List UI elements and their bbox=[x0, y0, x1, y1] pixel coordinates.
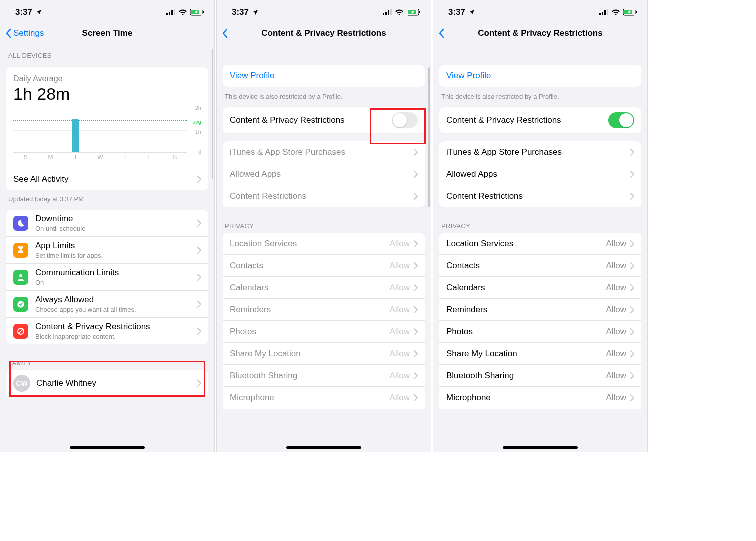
chevron-left-icon bbox=[438, 28, 444, 38]
view-profile[interactable]: View Profile bbox=[223, 65, 425, 87]
chevron-right-icon bbox=[414, 350, 418, 358]
svg-rect-19 bbox=[602, 12, 604, 16]
privacy-row-microphone[interactable]: MicrophoneAllow bbox=[440, 387, 642, 409]
svg-point-7 bbox=[20, 274, 22, 278]
scrollbar[interactable] bbox=[212, 49, 214, 179]
wifi-icon bbox=[612, 10, 620, 16]
privacy-row-calendars[interactable]: CalendarsAllow bbox=[440, 277, 642, 299]
option-row-app-limits[interactable]: App LimitsSet time limits for apps. bbox=[6, 237, 208, 264]
privacy-row-reminders[interactable]: RemindersAllow bbox=[440, 299, 642, 321]
chevron-right-icon bbox=[630, 193, 634, 200]
option-row-content-privacy-restrictions[interactable]: Content & Privacy RestrictionsBlock inap… bbox=[6, 318, 208, 344]
chevron-right-icon bbox=[630, 372, 634, 380]
restrictions-toggle-row: Content & Privacy Restrictions bbox=[223, 108, 425, 134]
chevron-left-icon bbox=[6, 28, 12, 38]
chevron-right-icon bbox=[198, 247, 202, 254]
person-icon bbox=[14, 270, 28, 285]
family-card: CW Charlie Whitney bbox=[6, 370, 208, 397]
svg-rect-6 bbox=[203, 11, 204, 14]
profile-note: This device is also restricted by a Prof… bbox=[217, 90, 431, 108]
panel2-scroll[interactable]: View Profile This device is also restric… bbox=[217, 45, 431, 452]
nav-bar: Content & Privacy Restrictions bbox=[434, 22, 648, 44]
view-profile[interactable]: View Profile bbox=[440, 65, 642, 87]
daily-average-value: 1h 28m bbox=[14, 84, 202, 104]
location-icon bbox=[252, 9, 259, 16]
privacy-row-share-my-location[interactable]: Share My LocationAllow bbox=[440, 343, 642, 365]
location-icon bbox=[468, 9, 476, 16]
panel1-scroll[interactable]: ALL DEVICES Daily Average 1h 28m 2h avg … bbox=[0, 45, 214, 452]
see-all-activity[interactable]: See All Activity bbox=[6, 168, 208, 190]
options-card: DowntimeOn until schedule App LimitsSet … bbox=[6, 210, 208, 344]
chevron-right-icon bbox=[630, 262, 634, 270]
wifi-icon bbox=[395, 10, 404, 16]
panel-screen-time: 3:37 Settings Screen Time ALL DEVICES Da… bbox=[0, 0, 215, 452]
wifi-icon bbox=[178, 10, 188, 16]
status-bar: 3:37 bbox=[434, 0, 648, 22]
chevron-right-icon bbox=[414, 193, 418, 200]
privacy-row-photos[interactable]: PhotosAllow bbox=[440, 321, 642, 343]
privacy-row-share-my-location: Share My LocationAllow bbox=[223, 343, 425, 365]
privacy-row-bluetooth-sharing[interactable]: Bluetooth SharingAllow bbox=[440, 365, 642, 387]
privacy-card: Location ServicesAllowContactsAllowCalen… bbox=[223, 233, 425, 409]
privacy-row-location-services[interactable]: Location ServicesAllow bbox=[440, 233, 642, 255]
privacy-row-reminders: RemindersAllow bbox=[223, 299, 425, 321]
chevron-right-icon bbox=[630, 171, 634, 178]
svg-rect-3 bbox=[174, 10, 176, 16]
panel-restrictions-off: 3:37 Content & Privacy Restrictions View… bbox=[216, 0, 432, 452]
privacy-row-calendars: CalendarsAllow bbox=[223, 277, 425, 299]
option-row-always-allowed[interactable]: Always AllowedChoose apps you want at al… bbox=[6, 291, 208, 318]
home-indicator[interactable] bbox=[70, 446, 145, 449]
chevron-right-icon bbox=[630, 149, 634, 156]
header-all-devices: ALL DEVICES bbox=[0, 45, 214, 62]
scrollbar[interactable] bbox=[428, 68, 430, 208]
row-itunes-app-store-purchases[interactable]: iTunes & App Store Purchases bbox=[440, 142, 642, 164]
panel3-scroll[interactable]: View Profile This device is also restric… bbox=[434, 45, 648, 452]
location-icon bbox=[36, 9, 42, 16]
privacy-row-microphone: MicrophoneAllow bbox=[223, 387, 425, 409]
group1-card: iTunes & App Store PurchasesAllowed Apps… bbox=[223, 142, 425, 208]
chevron-right-icon bbox=[198, 328, 202, 335]
chevron-right-icon bbox=[414, 328, 418, 336]
hourglass-icon bbox=[14, 243, 28, 258]
updated-text: Updated today at 3:37 PM bbox=[0, 196, 214, 210]
row-content-restrictions[interactable]: Content Restrictions bbox=[440, 186, 642, 208]
nav-title: Content & Privacy Restrictions bbox=[262, 28, 386, 38]
nav-bar: Content & Privacy Restrictions bbox=[217, 22, 431, 44]
chevron-left-icon bbox=[222, 28, 228, 38]
moon-icon bbox=[14, 216, 28, 231]
svg-rect-20 bbox=[604, 10, 606, 16]
restrictions-toggle[interactable] bbox=[608, 112, 634, 128]
status-icons bbox=[166, 9, 204, 16]
back-button[interactable]: Settings bbox=[6, 28, 44, 38]
avatar: CW bbox=[14, 375, 30, 392]
status-icons bbox=[383, 9, 421, 16]
view-profile-card: View Profile bbox=[223, 65, 425, 87]
family-header: FAMILY bbox=[0, 352, 214, 370]
daily-average-card[interactable]: Daily Average 1h 28m 2h avg 1h 0 SMTWTFS… bbox=[6, 68, 208, 190]
svg-line-10 bbox=[19, 329, 24, 334]
chevron-right-icon bbox=[630, 350, 634, 358]
family-member-row[interactable]: CW Charlie Whitney bbox=[6, 370, 208, 397]
chevron-right-icon bbox=[630, 240, 634, 248]
back-label: Settings bbox=[14, 28, 44, 38]
home-indicator[interactable] bbox=[286, 446, 362, 449]
chevron-right-icon bbox=[414, 240, 418, 248]
back-button[interactable] bbox=[438, 28, 446, 38]
chevron-right-icon bbox=[630, 306, 634, 314]
svg-rect-2 bbox=[172, 10, 173, 16]
option-row-downtime[interactable]: DowntimeOn until schedule bbox=[6, 210, 208, 237]
back-button[interactable] bbox=[222, 28, 230, 38]
nav-title: Content & Privacy Restrictions bbox=[478, 28, 602, 38]
chevron-right-icon bbox=[414, 262, 418, 270]
privacy-card: Location ServicesAllowContactsAllowCalen… bbox=[440, 233, 642, 409]
y-2h: 2h bbox=[196, 105, 202, 111]
chevron-right-icon bbox=[198, 176, 202, 183]
option-row-communication-limits[interactable]: Communication LimitsOn bbox=[6, 264, 208, 291]
cellular-icon bbox=[383, 10, 392, 16]
row-allowed-apps: Allowed Apps bbox=[223, 164, 425, 186]
home-indicator[interactable] bbox=[503, 446, 578, 449]
privacy-row-contacts[interactable]: ContactsAllow bbox=[440, 255, 642, 277]
restrictions-toggle[interactable] bbox=[392, 112, 418, 128]
y-1h: 1h bbox=[196, 129, 202, 135]
row-allowed-apps[interactable]: Allowed Apps bbox=[440, 164, 642, 186]
